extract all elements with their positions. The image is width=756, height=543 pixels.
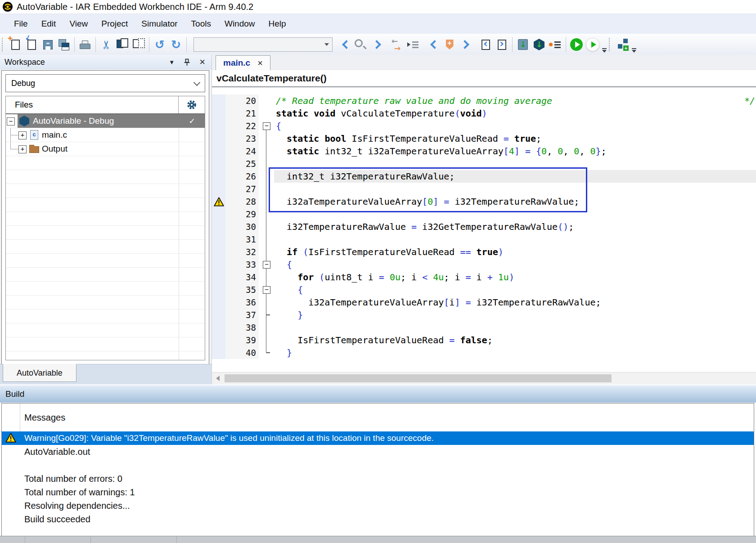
find-next-button[interactable]: [369, 35, 386, 54]
next-bookmark-button[interactable]: [458, 35, 474, 54]
code-text[interactable]: /* Read temperature raw value and do mov…: [274, 94, 756, 107]
close-icon[interactable]: ×: [257, 58, 263, 67]
fold-toggle-icon[interactable]: −: [263, 261, 270, 269]
build-output-line[interactable]: AutoVariable.out: [2, 445, 754, 458]
print-button[interactable]: [77, 35, 93, 54]
menu-item-window[interactable]: Window: [218, 14, 262, 34]
collapse-box-icon[interactable]: −: [7, 117, 15, 126]
checkmark-icon: ✓: [179, 114, 205, 128]
toolbar-grip[interactable]: [2, 38, 5, 51]
code-text[interactable]: {: [274, 120, 756, 132]
code-text[interactable]: }: [274, 346, 756, 359]
save-all-button[interactable]: [56, 35, 72, 54]
menu-item-project[interactable]: Project: [94, 14, 135, 34]
scrollbar-thumb[interactable]: [225, 374, 612, 382]
gutter-icon-cell: [212, 157, 225, 170]
code-text[interactable]: [274, 208, 756, 220]
code-text[interactable]: [274, 157, 756, 170]
next-document-button[interactable]: [494, 35, 510, 54]
close-icon[interactable]: ×: [199, 58, 205, 67]
fold-toggle-icon[interactable]: −: [263, 122, 270, 130]
code-text[interactable]: [274, 183, 756, 195]
search-combobox[interactable]: [194, 37, 333, 52]
line-number: 39: [225, 334, 259, 346]
warning-message-row[interactable]: Warning[Go029]: Variable "i32Temperature…: [2, 431, 754, 445]
toolbar-overflow-button[interactable]: [630, 34, 638, 56]
gutter-icon-cell: [212, 321, 225, 334]
code-text[interactable]: static void vCalculateTemperature(void): [274, 107, 756, 120]
navigate-icon: [391, 38, 404, 51]
collapse-triangle-icon[interactable]: ▼: [169, 59, 175, 66]
run-without-downloading-button[interactable]: [585, 35, 601, 54]
menu-item-tools[interactable]: Tools: [184, 14, 218, 34]
download-button[interactable]: [515, 35, 531, 54]
run-button[interactable]: [568, 35, 585, 54]
fold-toggle-icon[interactable]: −: [263, 286, 270, 294]
menu-item-view[interactable]: View: [63, 14, 94, 34]
download-and-debug-button[interactable]: [531, 35, 547, 54]
tree-row-output[interactable]: +Output: [6, 142, 205, 156]
code-text[interactable]: IsFirstTemperatureValueRead = false;: [274, 334, 756, 346]
code-text[interactable]: static int32_t i32aTemperatureValueArray…: [274, 145, 756, 157]
expand-box-icon[interactable]: +: [18, 131, 27, 139]
build-output-line[interactable]: Build succeeded: [2, 512, 754, 526]
make-button[interactable]: [614, 35, 630, 54]
debug-log-button[interactable]: [547, 35, 563, 54]
function-breadcrumb-bar[interactable]: vCalculateTemperature(): [212, 70, 756, 87]
undo-button[interactable]: [152, 35, 168, 54]
code-text[interactable]: if (IsFirstTemperatureValueRead == true): [274, 246, 756, 258]
tree-empty-row: [6, 198, 205, 212]
menu-item-file[interactable]: File: [7, 14, 35, 34]
horizontal-scrollbar[interactable]: [212, 372, 756, 384]
code-text[interactable]: }: [274, 309, 756, 321]
toolbar-overflow-button[interactable]: [601, 34, 608, 56]
save-button[interactable]: [40, 35, 56, 54]
editor-tab-main-c[interactable]: main.c ×: [216, 55, 270, 70]
previous-document-icon: [479, 38, 492, 51]
paste-button[interactable]: [130, 35, 147, 54]
toggle-bookmark-button[interactable]: [441, 35, 458, 54]
open-document-button[interactable]: [23, 35, 40, 54]
code-text[interactable]: i32TemperatureRawValue = i32GetTemperatu…: [274, 220, 756, 233]
tree-row-autovariable-debug[interactable]: −AutoVariable - Debug✓: [6, 114, 205, 128]
previous-document-button[interactable]: [477, 35, 494, 54]
code-text[interactable]: [274, 233, 756, 246]
redo-button[interactable]: [168, 35, 184, 54]
outline-button[interactable]: [405, 35, 422, 54]
code-text[interactable]: i32aTemperatureValueArray[0] = i32Temper…: [274, 195, 756, 208]
code-text[interactable]: i32aTemperatureValueArray[i] = i32Temper…: [274, 296, 756, 309]
menu-item-edit[interactable]: Edit: [35, 14, 63, 34]
navigate-button[interactable]: [389, 35, 405, 54]
code-text[interactable]: int32_t i32TemperatureRawValue;: [274, 170, 756, 183]
cut-button[interactable]: [98, 35, 114, 54]
code-text[interactable]: static bool IsFirstTemperatureValueRead …: [274, 132, 756, 145]
menu-item-simulator[interactable]: Simulator: [135, 14, 184, 34]
workspace-tab-autovariable[interactable]: AutoVariable: [3, 364, 76, 382]
build-panel-header[interactable]: Build: [0, 384, 756, 403]
previous-bookmark-button[interactable]: [425, 35, 441, 54]
expand-box-icon[interactable]: +: [18, 145, 27, 153]
build-output-line[interactable]: Total number of warnings: 1: [2, 485, 754, 499]
find-button[interactable]: [353, 35, 369, 54]
toolbar-grip[interactable]: [609, 38, 612, 51]
gear-icon[interactable]: [178, 96, 205, 113]
configuration-selector[interactable]: Debug: [5, 74, 205, 92]
copy-button[interactable]: [114, 35, 130, 54]
tree-row-main-c[interactable]: +cmain.c: [6, 128, 205, 142]
build-output-line[interactable]: Total number of errors: 0: [2, 472, 754, 485]
code-text[interactable]: {: [274, 283, 756, 296]
code-text[interactable]: for (uint8_t i = 0u; i < 4u; i = i + 1u): [274, 271, 756, 283]
code-text[interactable]: {: [274, 258, 756, 271]
pin-icon[interactable]: [184, 58, 190, 66]
build-header-label: Build: [5, 389, 24, 399]
code-area[interactable]: 20/* Read temperature raw value and do m…: [212, 87, 756, 384]
new-document-button[interactable]: [7, 35, 23, 54]
fold-margin: [259, 346, 274, 359]
scroll-left-button[interactable]: [212, 372, 224, 384]
menu-item-help[interactable]: Help: [262, 14, 293, 34]
code-text[interactable]: [274, 321, 756, 334]
find-previous-button[interactable]: [337, 35, 353, 54]
build-output-line[interactable]: [2, 458, 754, 472]
gutter-icon-cell: [212, 334, 225, 346]
build-output-line[interactable]: Resolving dependencies...: [2, 499, 754, 512]
